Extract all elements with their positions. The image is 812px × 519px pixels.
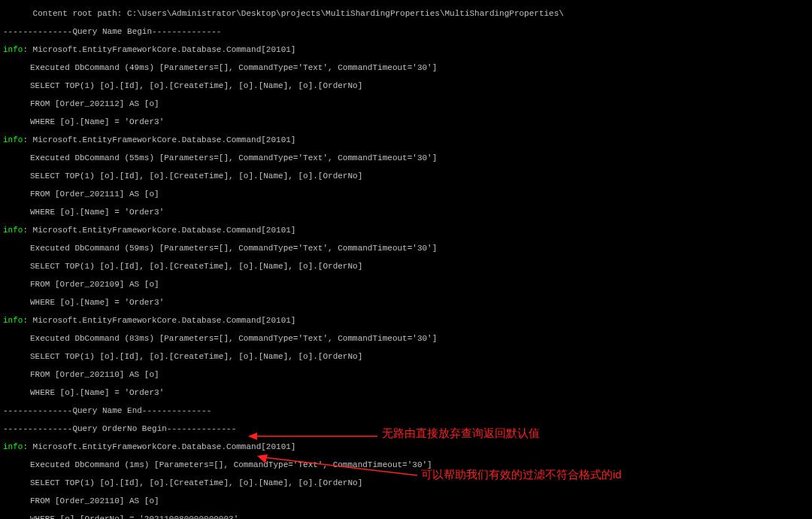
line: FROM [Order_202110] AS [o]	[3, 496, 812, 505]
log-level: info	[3, 442, 23, 451]
line: FROM [Order_202112] AS [o]	[3, 99, 812, 108]
line: Executed DbCommand (83ms) [Parameters=[]…	[3, 334, 812, 343]
line: Executed DbCommand (59ms) [Parameters=[]…	[3, 244, 812, 253]
line: info: Microsoft.EntityFrameworkCore.Data…	[3, 135, 812, 144]
line: SELECT TOP(1) [o].[Id], [o].[CreateTime]…	[3, 478, 812, 487]
log-level: info	[3, 316, 23, 325]
log-src: : Microsoft.EntityFrameworkCore.Database…	[23, 135, 295, 144]
log-src: : Microsoft.EntityFrameworkCore.Database…	[23, 316, 295, 325]
line: FROM [Order_202109] AS [o]	[3, 280, 812, 289]
line: WHERE [o].[OrderNo] = '20211008000000000…	[3, 514, 812, 519]
line: SELECT TOP(1) [o].[Id], [o].[CreateTime]…	[3, 262, 812, 271]
log-src: : Microsoft.EntityFrameworkCore.Database…	[23, 442, 295, 451]
line: Executed DbCommand (55ms) [Parameters=[]…	[3, 153, 812, 162]
line: WHERE [o].[Name] = 'Order3'	[3, 117, 812, 126]
line: SELECT TOP(1) [o].[Id], [o].[CreateTime]…	[3, 81, 812, 90]
line: Content root path: C:\Users\Administrato…	[3, 9, 812, 18]
log-level: info	[3, 135, 23, 144]
line: info: Microsoft.EntityFrameworkCore.Data…	[3, 226, 812, 235]
line: info: Microsoft.EntityFrameworkCore.Data…	[3, 442, 812, 451]
line: FROM [Order_202111] AS [o]	[3, 190, 812, 199]
log-src: : Microsoft.EntityFrameworkCore.Database…	[23, 45, 295, 54]
line: WHERE [o].[Name] = 'Order3'	[3, 208, 812, 217]
line: WHERE [o].[Name] = 'Order3'	[3, 388, 812, 397]
line: FROM [Order_202110] AS [o]	[3, 370, 812, 379]
line: SELECT TOP(1) [o].[Id], [o].[CreateTime]…	[3, 171, 812, 181]
separator: --------------Query Name End------------…	[3, 406, 812, 415]
line: Executed DbCommand (1ms) [Parameters=[],…	[3, 460, 812, 469]
line: info: Microsoft.EntityFrameworkCore.Data…	[3, 316, 812, 325]
log-src: : Microsoft.EntityFrameworkCore.Database…	[23, 226, 295, 235]
separator: --------------Query Name Begin----------…	[3, 27, 812, 36]
line: info: Microsoft.EntityFrameworkCore.Data…	[3, 45, 812, 54]
log-level: info	[3, 226, 23, 235]
line: Executed DbCommand (49ms) [Parameters=[]…	[3, 63, 812, 72]
separator: --------------Query OrderNo Begin-------…	[3, 424, 812, 433]
log-level: info	[3, 45, 23, 54]
line: WHERE [o].[Name] = 'Order3'	[3, 298, 812, 307]
console-output: Content root path: C:\Users\Administrato…	[0, 0, 812, 519]
line: SELECT TOP(1) [o].[Id], [o].[CreateTime]…	[3, 352, 812, 361]
